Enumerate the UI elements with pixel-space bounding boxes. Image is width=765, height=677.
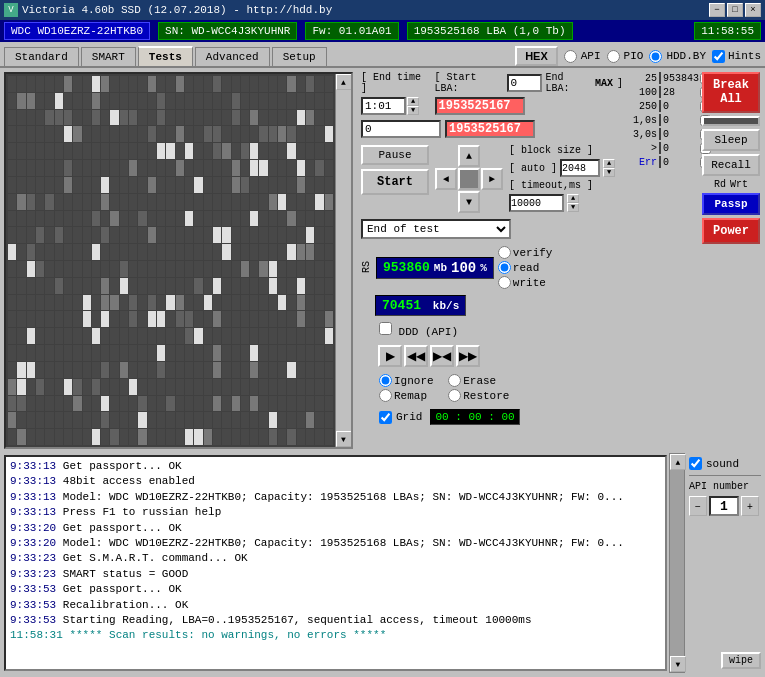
api-minus-button[interactable]: − xyxy=(689,496,707,516)
titlebar-controls[interactable]: − □ × xyxy=(709,3,761,17)
play-button[interactable]: ▶ xyxy=(378,345,402,367)
end-button[interactable]: ▶▶ xyxy=(456,345,480,367)
timeout-spinner[interactable]: ▲ ▼ xyxy=(567,194,579,212)
second-input-row xyxy=(361,120,623,138)
close-button[interactable]: × xyxy=(745,3,761,17)
system-time: 11:58:55 xyxy=(694,22,761,40)
passp-button[interactable]: Passp xyxy=(702,193,760,215)
scroll-up-button[interactable]: ▲ xyxy=(336,74,352,90)
grid-checkbox[interactable] xyxy=(379,411,392,424)
ignore-radio[interactable] xyxy=(379,374,392,387)
api-radio[interactable] xyxy=(564,50,577,63)
timeout-input[interactable] xyxy=(509,194,564,212)
api-radio-label[interactable]: API xyxy=(564,50,601,63)
sound-checkbox[interactable] xyxy=(689,457,702,470)
dir-down[interactable]: ▼ xyxy=(458,191,480,213)
ddd-checkbox[interactable] xyxy=(379,322,392,335)
tab-tests[interactable]: Tests xyxy=(138,46,193,66)
hdd-by-radio[interactable] xyxy=(649,50,662,63)
maximize-button[interactable]: □ xyxy=(727,3,743,17)
scroll-down-button[interactable]: ▼ xyxy=(336,431,352,447)
end-lba-input[interactable] xyxy=(435,97,525,115)
write-option[interactable]: write xyxy=(498,276,553,289)
recall-button[interactable]: Recall xyxy=(702,154,760,176)
dir-left[interactable]: ◄ xyxy=(435,168,457,190)
block-size-down[interactable]: ▼ xyxy=(603,168,615,177)
dir-up[interactable]: ▲ xyxy=(458,145,480,167)
time-col: [ End time ] ▲ ▼ xyxy=(361,72,431,115)
end-time-up[interactable]: ▲ xyxy=(407,97,419,106)
end-time-spinner[interactable]: ▲ ▼ xyxy=(407,97,419,115)
read-option[interactable]: read xyxy=(498,261,553,274)
tab-smart[interactable]: SMART xyxy=(81,47,136,66)
start-button[interactable]: Start xyxy=(361,169,429,195)
speed-row: 70451 kb/s xyxy=(361,295,623,316)
remap-radio[interactable] xyxy=(379,389,392,402)
minimize-button[interactable]: − xyxy=(709,3,725,17)
hist-label-6: Err xyxy=(629,157,657,168)
block-size-up[interactable]: ▲ xyxy=(603,159,615,168)
hdd-by-radio-label[interactable]: HDD.BY xyxy=(649,50,706,63)
start-lba-input[interactable] xyxy=(507,74,542,92)
next-button[interactable]: ▶◀ xyxy=(430,345,454,367)
verify-option[interactable]: verify xyxy=(498,246,553,259)
api-plus-button[interactable]: + xyxy=(741,496,759,516)
graph-grid xyxy=(6,74,335,447)
tab-advanced[interactable]: Advanced xyxy=(195,47,270,66)
sleep-button[interactable]: Sleep xyxy=(702,129,760,151)
verify-radio[interactable] xyxy=(498,246,511,259)
hist-bar-3 xyxy=(659,114,661,126)
block-size-spinner[interactable]: ▲ ▼ xyxy=(603,159,615,177)
restore-option[interactable]: Restore xyxy=(448,389,509,402)
pause-button[interactable]: Pause xyxy=(361,145,429,165)
hist-count-3: 0 xyxy=(663,115,698,126)
hints-label[interactable]: Hints xyxy=(712,50,761,63)
end-time-label: [ End time ] xyxy=(361,72,431,94)
block-size-input[interactable] xyxy=(560,159,600,177)
ddd-label[interactable]: DDD (API) xyxy=(379,322,458,338)
play-controls[interactable]: ▶ ◀◀ ▶◀ ▶▶ xyxy=(378,345,480,367)
pio-radio-label[interactable]: PIO xyxy=(607,50,644,63)
pio-radio[interactable] xyxy=(607,50,620,63)
log-scrollbar[interactable]: ▲ ▼ xyxy=(669,453,685,673)
direction-pad[interactable]: ▲ ◄ ► ▼ xyxy=(435,145,503,213)
bottom-area: 9:33:13 Get passport... OK9:33:13 48bit … xyxy=(0,453,765,673)
tab-setup[interactable]: Setup xyxy=(272,47,327,66)
write-radio[interactable] xyxy=(498,276,511,289)
restore-radio[interactable] xyxy=(448,389,461,402)
param-col: [ block size ] [ auto ] ▲ ▼ [ timeout,ms… xyxy=(509,145,615,212)
erase-option[interactable]: Erase xyxy=(448,374,509,387)
remap-option[interactable]: Remap xyxy=(379,389,440,402)
erase-radio[interactable] xyxy=(448,374,461,387)
eot-select[interactable]: End of test Reboot Hibernate Shutdown xyxy=(361,219,511,239)
hints-checkbox[interactable] xyxy=(712,50,725,63)
auto-label: [ auto ] xyxy=(509,163,557,174)
dir-center[interactable] xyxy=(458,168,480,190)
log-line-11: 11:58:31 ***** Scan results: no warnings… xyxy=(10,628,661,643)
power-button[interactable]: Power xyxy=(702,218,760,244)
prev-button[interactable]: ◀◀ xyxy=(404,345,428,367)
graph-scrollbar[interactable]: ▲ ▼ xyxy=(335,74,351,447)
hex-button[interactable]: HEX xyxy=(515,46,558,66)
end-lba-label: End LBA: xyxy=(546,72,591,94)
log-line-1: 9:33:13 48bit access enabled xyxy=(10,474,661,489)
log-scroll-up[interactable]: ▲ xyxy=(670,454,686,470)
break-all-button[interactable]: Break All xyxy=(702,72,760,113)
lba-display2[interactable] xyxy=(445,120,535,138)
tab-standard[interactable]: Standard xyxy=(4,47,79,66)
lba-start-input2[interactable] xyxy=(361,120,441,138)
dir-right[interactable]: ► xyxy=(481,168,503,190)
end-time-down[interactable]: ▼ xyxy=(407,106,419,115)
wipe-button[interactable]: wipe xyxy=(721,652,761,669)
end-time-input[interactable] xyxy=(361,97,406,115)
hist-label-0: 25 xyxy=(629,73,657,84)
read-radio[interactable] xyxy=(498,261,511,274)
timeout-up[interactable]: ▲ xyxy=(567,194,579,203)
log-line-10: 9:33:53 Starting Reading, LBA=0..1953525… xyxy=(10,613,661,628)
pct-symbol: % xyxy=(480,262,487,274)
timeout-down[interactable]: ▼ xyxy=(567,203,579,212)
sound-label[interactable]: sound xyxy=(689,457,761,470)
log-scroll-down[interactable]: ▼ xyxy=(670,656,686,672)
stats-row: RS 953860 Mb 100 % verify read write xyxy=(361,246,623,289)
ignore-option[interactable]: Ignore xyxy=(379,374,440,387)
